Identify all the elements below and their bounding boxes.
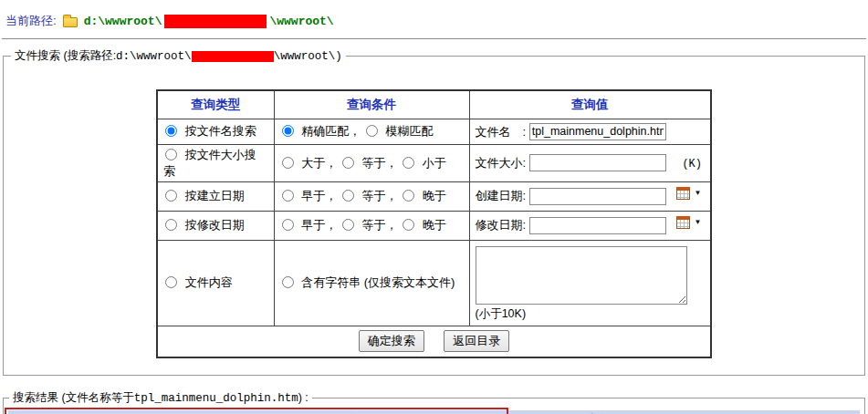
current-path-suffix: \wwwroot\ bbox=[269, 15, 333, 28]
radio-label: 大于， bbox=[301, 156, 337, 170]
filename-field-label: 文件名 : bbox=[476, 124, 527, 138]
column-header-size: 大小 bbox=[537, 410, 581, 414]
current-path-label: 当前路径: bbox=[5, 13, 57, 29]
row-search-by-size: 按文件大小搜索 大于， 等于， 小于 文件大小: (K) bbox=[157, 144, 711, 181]
radio-search-by-modified-date[interactable] bbox=[165, 219, 177, 231]
content-size-hint: (小于10K) bbox=[476, 306, 706, 322]
radio-label: 早于， bbox=[301, 218, 337, 232]
radio-greater-than[interactable] bbox=[282, 157, 294, 169]
chevron-down-icon[interactable]: ▼ bbox=[694, 190, 701, 197]
column-header-query-condition: 查询条件 bbox=[274, 90, 469, 119]
folder-icon bbox=[63, 17, 78, 27]
file-search-legend-title: 文件搜索 (搜索路径: bbox=[15, 49, 116, 62]
radio-created-before[interactable] bbox=[282, 190, 294, 202]
modified-date-field-label: 修改日期: bbox=[476, 218, 527, 232]
created-date-input[interactable] bbox=[529, 188, 666, 205]
search-header-row: 查询类型 查询条件 查询值 bbox=[157, 90, 711, 119]
radio-label: 晚于 bbox=[423, 189, 446, 202]
redaction-box bbox=[192, 51, 274, 62]
file-search-fieldset: 文件搜索 (搜索路径:d:\wwwroot\\wwwroot\) 查询类型 查询… bbox=[3, 48, 865, 376]
results-legend-filename: tpl_mainmenu_dolphin.htm bbox=[134, 392, 298, 405]
modified-date-picker[interactable]: ▼ bbox=[676, 216, 701, 229]
column-header-filename: 文件名 bbox=[343, 410, 537, 414]
radio-label: 等于， bbox=[361, 156, 397, 170]
search-results-fieldset: 搜索结果 (文件名称等于tpl_mainmenu_dolphin.htm) : … bbox=[3, 390, 865, 414]
created-date-picker[interactable]: ▼ bbox=[676, 187, 701, 200]
row-search-by-content: 文件内容 含有字符串 (仅搜索文本文件) (小于10K) bbox=[157, 240, 711, 326]
divider bbox=[2, 38, 866, 39]
column-header-modified: 修改日期 bbox=[722, 410, 860, 414]
search-results-legend: 搜索结果 (文件名称等于tpl_mainmenu_dolphin.htm) : bbox=[9, 390, 312, 406]
modified-date-input[interactable] bbox=[529, 217, 666, 234]
filename-input[interactable] bbox=[529, 123, 666, 140]
row-search-by-name: 按文件名搜索 精确匹配， 模糊匹配 文件名 : bbox=[157, 119, 711, 144]
current-path-prefix: d:\wwwroot\ bbox=[84, 15, 162, 28]
radio-fuzzy-match[interactable] bbox=[366, 125, 378, 137]
radio-search-by-size[interactable] bbox=[165, 149, 177, 160]
results-header-row: 所在路径 文件名 大小 建立日期 修改日期 bbox=[8, 410, 860, 414]
radio-created-after[interactable] bbox=[403, 190, 414, 202]
column-header-query-type: 查询类型 bbox=[157, 90, 274, 119]
radio-modified-before[interactable] bbox=[282, 219, 294, 231]
radio-label: 晚于 bbox=[423, 218, 446, 232]
calendar-icon[interactable] bbox=[676, 187, 690, 200]
calendar-icon[interactable] bbox=[676, 216, 690, 229]
radio-label: 等于， bbox=[361, 218, 397, 232]
radio-modified-equal[interactable] bbox=[342, 219, 354, 231]
column-header-path: 所在路径 bbox=[8, 410, 343, 414]
radio-less-than[interactable] bbox=[403, 157, 414, 169]
radio-label: 文件内容 bbox=[185, 275, 233, 289]
confirm-search-button[interactable]: 确定搜索 bbox=[359, 330, 424, 352]
radio-contains-string[interactable] bbox=[282, 276, 294, 288]
radio-label: 早于， bbox=[301, 189, 337, 202]
row-search-by-modified-date: 按修改日期 早于， 等于， 晚于 修改日期: ▼ bbox=[157, 211, 711, 240]
filesize-field-label: 文件大小: bbox=[476, 156, 527, 170]
radio-search-by-created-date[interactable] bbox=[165, 190, 177, 202]
radio-created-equal[interactable] bbox=[342, 190, 354, 202]
radio-label: 含有字符串 (仅搜索文本文件) bbox=[301, 275, 455, 289]
return-directory-button[interactable]: 返回目录 bbox=[444, 330, 509, 352]
content-string-textarea[interactable] bbox=[476, 246, 687, 305]
radio-modified-after[interactable] bbox=[403, 219, 414, 231]
created-date-field-label: 创建日期: bbox=[476, 189, 527, 202]
search-path-suffix: \wwwroot\) bbox=[274, 50, 342, 63]
radio-label: 按修改日期 bbox=[185, 218, 245, 232]
radio-label: 精确匹配， bbox=[301, 124, 361, 138]
results-legend-close: ) : bbox=[298, 391, 309, 404]
radio-label: 按文件名搜索 bbox=[185, 124, 256, 138]
radio-search-by-name[interactable] bbox=[165, 125, 177, 137]
filesize-input[interactable] bbox=[529, 154, 666, 171]
chevron-down-icon[interactable]: ▼ bbox=[694, 219, 701, 226]
redaction-box bbox=[164, 15, 267, 28]
radio-label: 按建立日期 bbox=[185, 189, 245, 202]
search-form-table: 查询类型 查询条件 查询值 按文件名搜索 精确匹配， 模糊匹配 文件名 : bbox=[156, 89, 712, 358]
file-search-legend: 文件搜索 (搜索路径:d:\wwwroot\\wwwroot\) bbox=[11, 48, 346, 64]
row-search-by-created-date: 按建立日期 早于， 等于， 晚于 创建日期: ▼ bbox=[157, 181, 711, 211]
radio-search-by-content[interactable] bbox=[165, 276, 177, 288]
results-table-container: 所在路径 文件名 大小 建立日期 修改日期 d:\wwwroot\\wwwroo… bbox=[8, 410, 860, 414]
radio-label: 小于 bbox=[423, 156, 446, 170]
radio-label: 模糊匹配 bbox=[385, 124, 433, 138]
current-path-bar: 当前路径: d:\wwwroot\ \wwwroot\ bbox=[5, 13, 866, 29]
radio-equal-size[interactable] bbox=[342, 157, 354, 169]
page: 当前路径: d:\wwwroot\ \wwwroot\ 文件搜索 (搜索路径:d… bbox=[0, 0, 868, 414]
search-path-prefix: d:\wwwroot\ bbox=[116, 50, 192, 63]
radio-label: 等于， bbox=[361, 189, 397, 202]
row-form-buttons: 确定搜索 返回目录 bbox=[157, 326, 711, 357]
results-legend-title: 搜索结果 (文件名称等于 bbox=[13, 391, 134, 404]
radio-exact-match[interactable] bbox=[282, 125, 294, 137]
filesize-unit-label: (K) bbox=[682, 158, 702, 171]
radio-label: 按文件大小搜索 bbox=[163, 148, 256, 178]
results-table: 所在路径 文件名 大小 建立日期 修改日期 d:\wwwroot\\wwwroo… bbox=[8, 410, 860, 414]
column-header-query-value: 查询值 bbox=[469, 90, 711, 119]
column-header-created: 建立日期 bbox=[581, 410, 722, 414]
